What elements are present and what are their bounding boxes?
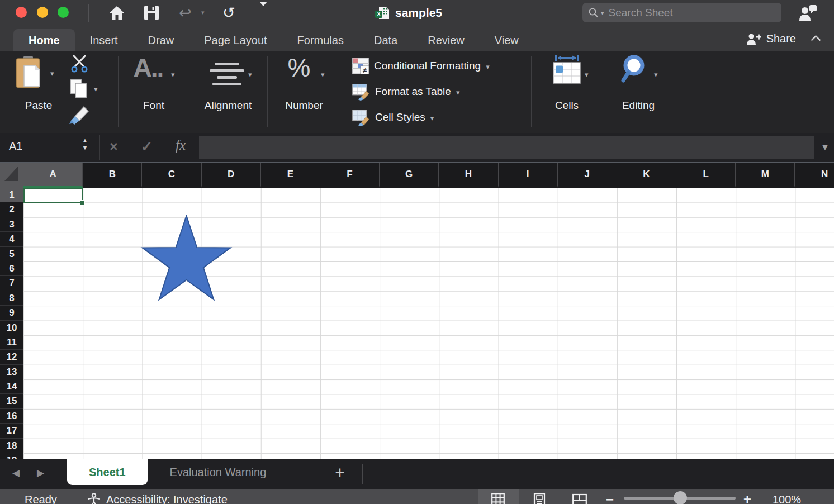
font-group-button[interactable]: A.. ▾ Font: [124, 51, 183, 133]
tab-page-layout[interactable]: Page Layout: [189, 29, 282, 51]
row-header-16[interactable]: 16: [0, 409, 23, 424]
tab-review[interactable]: Review: [413, 29, 480, 51]
column-header-c[interactable]: C: [142, 163, 201, 188]
column-header-i[interactable]: I: [499, 163, 558, 188]
zoom-out-button[interactable]: −: [606, 492, 614, 504]
paste-button[interactable]: ▾ Paste: [8, 51, 69, 133]
column-header-a[interactable]: A: [23, 163, 83, 188]
search-scope-dropdown[interactable]: ▾: [601, 9, 604, 17]
column-header-h[interactable]: H: [439, 163, 498, 188]
enter-button[interactable]: ✓: [141, 139, 153, 155]
accessibility-status[interactable]: Accessibility: Investigate: [106, 493, 228, 504]
zoom-in-button[interactable]: +: [743, 492, 751, 504]
tab-data[interactable]: Data: [359, 29, 413, 51]
alignment-dropdown[interactable]: ▾: [248, 70, 252, 79]
undo-dropdown[interactable]: ▾: [201, 9, 205, 16]
save-button[interactable]: [144, 3, 159, 22]
cancel-button[interactable]: ×: [110, 139, 118, 155]
row-header-5[interactable]: 5: [0, 247, 23, 261]
format-painter-icon[interactable]: [67, 105, 91, 125]
tab-insert[interactable]: Insert: [75, 29, 133, 51]
cells-group-button[interactable]: ▾ Cells: [538, 51, 596, 133]
minimize-button[interactable]: [37, 7, 48, 18]
row-header-4[interactable]: 4: [0, 232, 23, 246]
column-header-b[interactable]: B: [83, 163, 142, 188]
row-header-2[interactable]: 2: [0, 202, 23, 217]
column-header-l[interactable]: L: [676, 163, 736, 188]
cell-styles-button[interactable]: Cell Styles ▾: [352, 107, 434, 127]
number-dropdown[interactable]: ▾: [321, 70, 325, 79]
column-header-g[interactable]: G: [380, 163, 439, 188]
column-header-j[interactable]: J: [558, 163, 617, 188]
row-header-12[interactable]: 12: [0, 350, 23, 364]
page-layout-view-button[interactable]: [533, 493, 546, 504]
tab-home[interactable]: Home: [13, 29, 75, 51]
column-header-m[interactable]: M: [736, 163, 795, 188]
zoom-slider-thumb[interactable]: [674, 491, 687, 504]
alignment-group-button[interactable]: ▾ Alignment: [197, 51, 259, 133]
row-header-7[interactable]: 7: [0, 276, 23, 291]
customize-toolbar-button[interactable]: [259, 6, 273, 16]
number-group-button[interactable]: % ▾ Number: [276, 51, 332, 133]
row-header-19[interactable]: 19: [0, 453, 23, 459]
paste-dropdown[interactable]: ▾: [50, 69, 54, 78]
format-as-table-button[interactable]: Format as Table ▾: [352, 82, 459, 102]
star-shape[interactable]: [140, 215, 233, 305]
column-header-n[interactable]: N: [795, 163, 834, 188]
sheet-tab-sheet1[interactable]: Sheet1: [67, 459, 148, 485]
redo-button[interactable]: ↺: [222, 3, 235, 22]
row-header-1[interactable]: 1: [0, 188, 23, 202]
conditional-formatting-button[interactable]: ≠ Conditional Formatting ▾: [352, 56, 490, 76]
name-box[interactable]: A1: [9, 140, 22, 153]
row-header-18[interactable]: 18: [0, 439, 23, 453]
home-button[interactable]: [108, 3, 125, 22]
fullscreen-button[interactable]: [58, 7, 69, 18]
tab-draw[interactable]: Draw: [133, 29, 189, 51]
row-header-6[interactable]: 6: [0, 261, 23, 276]
font-dropdown[interactable]: ▾: [171, 70, 175, 79]
row-header-15[interactable]: 15: [0, 394, 23, 408]
cut-icon[interactable]: [69, 55, 91, 73]
add-sheet-button[interactable]: +: [328, 459, 352, 487]
conditional-formatting-dropdown[interactable]: ▾: [486, 63, 490, 71]
insert-function-button[interactable]: fx: [176, 137, 186, 153]
sheet-nav-left-icon[interactable]: ◀: [12, 459, 20, 487]
page-break-view-button[interactable]: [572, 493, 587, 504]
stepper-up-icon[interactable]: ▲: [82, 137, 88, 144]
tab-view[interactable]: View: [480, 29, 534, 51]
search-field[interactable]: ▾: [582, 3, 781, 22]
row-header-14[interactable]: 14: [0, 379, 23, 394]
row-header-3[interactable]: 3: [0, 217, 23, 232]
fill-handle[interactable]: [80, 200, 85, 205]
column-header-f[interactable]: F: [320, 163, 380, 188]
tab-formulas[interactable]: Formulas: [282, 29, 359, 51]
undo-button[interactable]: ↩: [179, 3, 192, 22]
row-header-17[interactable]: 17: [0, 424, 23, 438]
row-header-8[interactable]: 8: [0, 291, 23, 306]
share-button[interactable]: Share: [746, 32, 796, 45]
search-input[interactable]: [609, 7, 760, 19]
expand-formula-bar-icon[interactable]: ▼: [821, 142, 830, 153]
row-header-13[interactable]: 13: [0, 365, 23, 379]
column-header-e[interactable]: E: [261, 163, 320, 188]
row-header-9[interactable]: 9: [0, 306, 23, 320]
name-box-stepper[interactable]: ▲ ▼: [80, 137, 90, 151]
row-header-10[interactable]: 10: [0, 321, 23, 335]
copy-icon[interactable]: [69, 78, 88, 99]
formula-input[interactable]: [199, 136, 814, 159]
stepper-down-icon[interactable]: ▼: [82, 144, 88, 151]
column-header-k[interactable]: K: [617, 163, 676, 188]
format-as-table-dropdown[interactable]: ▾: [456, 88, 460, 97]
column-header-d[interactable]: D: [202, 163, 261, 188]
select-all-button[interactable]: [0, 163, 23, 188]
row-header-11[interactable]: 11: [0, 335, 23, 350]
collapse-ribbon-button[interactable]: [812, 34, 821, 43]
cell-area[interactable]: [23, 188, 834, 459]
cell-styles-dropdown[interactable]: ▾: [430, 114, 434, 122]
contact-support-button[interactable]: [798, 4, 817, 23]
editing-dropdown[interactable]: ▾: [654, 70, 658, 79]
editing-group-button[interactable]: ▾ Editing: [612, 51, 665, 133]
copy-dropdown[interactable]: ▾: [94, 85, 98, 93]
cells-dropdown[interactable]: ▾: [585, 70, 589, 79]
sheet-nav-right-icon[interactable]: ▶: [37, 459, 44, 487]
